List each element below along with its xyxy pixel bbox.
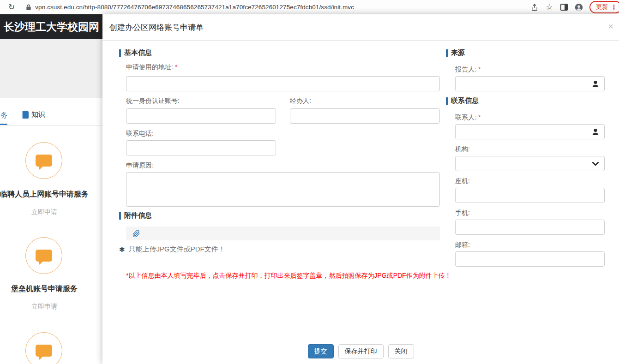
book-icon: [22, 111, 29, 119]
side-panel-glyph: [560, 4, 568, 11]
sso-account-input[interactable]: [126, 108, 276, 124]
save-and-print-button[interactable]: 保存并打印: [338, 344, 384, 358]
organization-select-value[interactable]: [456, 156, 591, 171]
address-label: 申请使用的地址:*: [126, 63, 177, 72]
section-basic-info: 基本信息: [119, 48, 152, 57]
paperclip-icon: [132, 230, 140, 238]
attachment-upload-bar[interactable]: [126, 227, 440, 240]
section-contact-info-label: 联系信息: [451, 96, 479, 105]
chat-bubble-icon: [36, 155, 52, 167]
screen: ↻ vpn.csust.edu.cn/http-8080/77726476706…: [0, 0, 619, 364]
section-accent-bar: [446, 49, 448, 57]
bookmark-star-icon[interactable]: ☆: [545, 3, 553, 12]
section-attachment-info-label: 附件信息: [124, 211, 152, 220]
landline-label: 座机:: [455, 177, 470, 185]
section-basic-info-label: 基本信息: [124, 48, 152, 57]
organization-label: 机构:: [455, 145, 470, 154]
reporter-label: 报告人:*: [455, 66, 481, 74]
chevron-down-icon[interactable]: [591, 160, 600, 168]
service-title-temp-staff[interactable]: 临聘人员上网账号申请服务: [0, 190, 89, 198]
contact-person-input[interactable]: [456, 125, 591, 139]
reporter-input[interactable]: [456, 77, 591, 91]
organization-select[interactable]: [455, 156, 605, 171]
modal-header: 创建办公区网络账号申请单 ×: [102, 14, 619, 41]
service-apply-link-bastion[interactable]: 立即申请: [0, 303, 89, 311]
reporter-label-text: 报告人:: [455, 66, 476, 73]
address-label-text: 申请使用的地址:: [126, 63, 173, 71]
phone-label: 联系电话:: [126, 130, 154, 138]
service-icon-temp-staff[interactable]: [25, 142, 62, 179]
chat-bubble-icon: [36, 250, 52, 262]
tab-knowledge[interactable]: 知识: [22, 110, 45, 119]
asterisk-note-icon: ✱: [119, 245, 125, 254]
side-panel-icon[interactable]: [560, 3, 568, 12]
service-apply-link-temp-staff[interactable]: 立即申请: [0, 208, 89, 216]
required-asterisk: *: [175, 63, 177, 71]
person-icon[interactable]: [591, 80, 600, 88]
create-network-account-modal: 创建办公区网络账号申请单 × 基本信息 申请使用的地址:* 统一身份认证账号: …: [102, 14, 619, 364]
reason-label: 申请原因:: [126, 161, 154, 170]
modal-close-icon[interactable]: ×: [608, 22, 613, 31]
address-input[interactable]: [126, 76, 440, 91]
form-warning-text: *以上信息由本人填写完毕后，点击保存并打印，打印出来后签字盖章，然后拍照保存为J…: [126, 272, 451, 280]
service-icon-partial[interactable]: [25, 332, 62, 364]
tab-services-partial[interactable]: 务: [0, 111, 7, 120]
reload-icon[interactable]: ↻: [8, 2, 15, 12]
service-title-bastion[interactable]: 堡垒机账号申请服务: [0, 284, 89, 293]
reporter-picker[interactable]: [455, 76, 605, 91]
contact-person-picker[interactable]: [455, 124, 605, 139]
section-accent-bar: [446, 97, 448, 105]
update-label: 更新: [596, 3, 608, 11]
email-input[interactable]: [455, 251, 605, 267]
contact-person-label-text: 联系人:: [455, 113, 476, 121]
landline-input[interactable]: [455, 188, 605, 203]
browser-toolbar: ↻ vpn.csust.edu.cn/http-8080/77726476706…: [0, 0, 619, 14]
attachment-note-text: 只能上传JPG文件或PDF文件！: [129, 245, 225, 254]
browser-actions: ☆ 更新 ⋮: [530, 0, 619, 14]
chat-bubble-icon: [36, 345, 52, 357]
attachment-note-row: ✱ 只能上传JPG文件或PDF文件！: [119, 245, 225, 254]
tab-knowledge-label: 知识: [31, 110, 45, 119]
section-attachment-info: 附件信息: [119, 211, 152, 220]
section-contact-info: 联系信息: [446, 96, 479, 105]
section-source-label: 来源: [451, 48, 465, 57]
contact-person-label: 联系人:*: [455, 113, 481, 122]
lock-icon[interactable]: [26, 4, 31, 11]
handler-label: 经办人:: [290, 97, 311, 105]
modal-footer: 提交 保存并打印 关闭: [102, 344, 619, 358]
address-bar-url[interactable]: vpn.csust.edu.cn/http-8080/77726476706e6…: [35, 4, 354, 11]
service-icon-bastion[interactable]: [25, 237, 62, 274]
modal-title: 创建办公区网络账号申请单: [109, 22, 204, 33]
section-accent-bar: [119, 212, 121, 220]
required-asterisk: *: [478, 66, 481, 73]
submit-button[interactable]: 提交: [308, 344, 334, 358]
phone-input[interactable]: [126, 140, 276, 155]
email-label: 邮箱:: [455, 241, 470, 249]
handler-input[interactable]: [290, 108, 440, 124]
sso-account-label: 统一身份认证账号:: [126, 97, 180, 105]
section-source: 来源: [446, 48, 465, 57]
profile-avatar[interactable]: [575, 3, 583, 12]
browser-menu-dots-icon[interactable]: ⋮: [611, 3, 617, 11]
section-accent-bar: [119, 49, 121, 57]
update-button[interactable]: 更新 ⋮: [589, 1, 619, 13]
site-brand-title: 长沙理工大学校园网: [4, 20, 99, 34]
close-button[interactable]: 关闭: [388, 344, 414, 358]
mobile-input[interactable]: [455, 220, 605, 235]
person-icon[interactable]: [591, 128, 600, 136]
mobile-label: 手机:: [455, 209, 470, 217]
reason-textarea[interactable]: [126, 172, 440, 207]
share-icon[interactable]: [530, 3, 539, 12]
required-asterisk: *: [478, 113, 481, 121]
